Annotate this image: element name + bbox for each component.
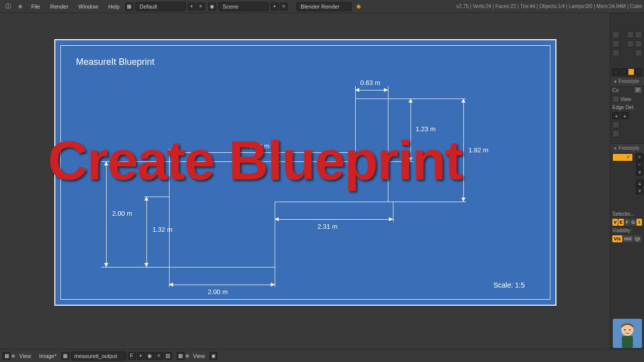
badge-i[interactable]: I xyxy=(636,219,642,226)
image-pin-icon[interactable]: ◉ xyxy=(146,352,154,360)
blueprint-title: MeasureIt Blueprint xyxy=(76,57,154,67)
panel-freestyle-1[interactable]: Freestyle xyxy=(610,76,644,85)
svg-point-3 xyxy=(629,329,631,331)
scene-add-button[interactable]: + xyxy=(271,3,279,11)
uv-icon[interactable]: ▨ xyxy=(164,352,172,360)
menu-file[interactable]: File xyxy=(26,4,45,10)
tab-layers-icon[interactable] xyxy=(620,68,626,75)
visibility-badges: Vis Hid QI xyxy=(610,234,644,243)
menu-window[interactable]: Window xyxy=(73,4,103,10)
menu-render[interactable]: Render xyxy=(45,4,73,10)
create-blueprint-overlay: Create Blueprint xyxy=(48,128,462,192)
tab-icons-row xyxy=(610,67,644,76)
layout-dropdown[interactable]: Default xyxy=(135,2,186,11)
panel-freestyle-2[interactable]: Freestyle xyxy=(610,143,644,152)
menu-view-bottom-2[interactable]: View xyxy=(189,353,209,359)
scene-dropdown[interactable]: Scene xyxy=(218,2,269,11)
collapse-icon[interactable]: ◆ xyxy=(15,2,25,12)
badge-e[interactable]: E xyxy=(618,219,624,226)
bottom-bar: ▦ ◆ View Image* ▦ measureit_output F + ◉… xyxy=(0,349,644,362)
svg-point-2 xyxy=(624,329,626,331)
scene-value: Scene xyxy=(223,4,238,10)
badge-qi[interactable]: QI xyxy=(633,235,641,242)
layout-close-button[interactable]: × xyxy=(197,3,205,11)
checkbox-icon[interactable] xyxy=(612,96,619,103)
user-avatar xyxy=(613,319,642,348)
edge-det-label: Edge Det xyxy=(612,105,633,110)
engine-value: Blender Render xyxy=(301,4,340,10)
outliner-row-1[interactable] xyxy=(610,30,644,39)
collapse-icon[interactable]: ◆ xyxy=(11,352,15,359)
image-close-button[interactable]: × xyxy=(155,352,163,360)
tab-scene-icon[interactable] xyxy=(628,68,634,75)
stats-text: v2.75 | Verts:24 | Faces:22 | Tris:44 | … xyxy=(456,4,642,9)
layout-add-button[interactable]: + xyxy=(188,3,196,11)
layout-grid-icon[interactable]: ▦ xyxy=(125,3,133,11)
lineset-color[interactable]: ✓ xyxy=(612,153,633,161)
dim-0-63: 0.63 m xyxy=(360,79,380,86)
image-name-field[interactable]: measureit_output xyxy=(71,351,126,360)
camera-icon[interactable] xyxy=(635,31,642,38)
prev-button[interactable]: ◂ xyxy=(612,112,619,119)
co-label: Co xyxy=(612,87,619,93)
info-icon[interactable]: ⓘ xyxy=(3,2,13,12)
move-up-button[interactable]: ▴ xyxy=(636,179,643,187)
cursor-icon[interactable] xyxy=(627,31,634,38)
p-button[interactable]: P xyxy=(634,86,642,94)
menu-image[interactable]: Image* xyxy=(35,353,61,359)
add-lineset-button[interactable]: + xyxy=(636,153,643,160)
badge-f[interactable]: F xyxy=(624,219,630,226)
editor-type-icon[interactable]: ▦ xyxy=(3,352,11,360)
channels-icon[interactable]: ◉ xyxy=(209,352,217,360)
properties-panel: Freestyle CoP View Edge Det ◂▸ Freestyle… xyxy=(610,13,644,349)
scene-close-button[interactable]: × xyxy=(280,3,288,11)
outliner-row-3[interactable] xyxy=(610,48,644,57)
camera-icon[interactable] xyxy=(635,40,642,47)
dim-2-00v: 2.00 m xyxy=(112,210,132,217)
remove-lineset-button[interactable]: − xyxy=(636,161,643,168)
view-checkbox-label: View xyxy=(620,97,631,102)
badge-hid[interactable]: Hid xyxy=(623,235,633,242)
next-button[interactable]: ▸ xyxy=(621,112,628,119)
badge-vis[interactable]: Vis xyxy=(612,235,622,242)
engine-dropdown[interactable]: Blender Render xyxy=(296,2,352,11)
checkbox-icon[interactable] xyxy=(612,130,619,137)
blueprint-scale: Scale: 1:5 xyxy=(494,281,525,289)
fake-user-button[interactable]: F xyxy=(128,352,136,360)
blender-logo-icon: ◉ xyxy=(356,3,361,10)
badge-v[interactable]: V xyxy=(612,219,618,226)
selection-badges: V E F G I xyxy=(610,218,644,227)
cursor-icon[interactable] xyxy=(627,40,634,47)
svg-rect-4 xyxy=(622,336,633,348)
move-down-button[interactable]: ▾ xyxy=(636,187,643,194)
lineset-menu-button[interactable]: ▾ xyxy=(636,168,643,175)
collapse-icon-2[interactable]: ◆ xyxy=(185,352,189,359)
eye-icon[interactable] xyxy=(612,49,619,56)
dim-2-00h: 2.00 m xyxy=(208,288,228,296)
image-browse-icon[interactable]: ▦ xyxy=(61,352,69,360)
selection-label: Selectio... xyxy=(612,211,634,217)
checkbox-icon[interactable] xyxy=(612,121,619,128)
layout-value: Default xyxy=(140,4,157,10)
badge-g[interactable]: G xyxy=(630,219,636,226)
dim-1-32: 1.32 m xyxy=(152,226,173,233)
visibility-label: Visibility: xyxy=(612,228,632,233)
menu-view-bottom[interactable]: View xyxy=(15,353,35,359)
tab-render-icon[interactable] xyxy=(612,68,619,75)
tab-world-icon[interactable] xyxy=(635,68,642,75)
editor-type-icon-2[interactable]: ▦ xyxy=(177,352,185,360)
eye-icon[interactable] xyxy=(612,31,619,38)
dim-2-31: 2.31 m xyxy=(317,223,338,230)
dim-1-92: 1.92 m xyxy=(468,146,489,154)
eye-icon[interactable] xyxy=(612,40,619,47)
scene-icon[interactable]: ◉ xyxy=(208,3,216,11)
image-add-button[interactable]: + xyxy=(137,352,145,360)
menu-help[interactable]: Help xyxy=(103,4,125,10)
cursor-icon[interactable] xyxy=(635,49,642,56)
outliner-row-2[interactable] xyxy=(610,39,644,48)
